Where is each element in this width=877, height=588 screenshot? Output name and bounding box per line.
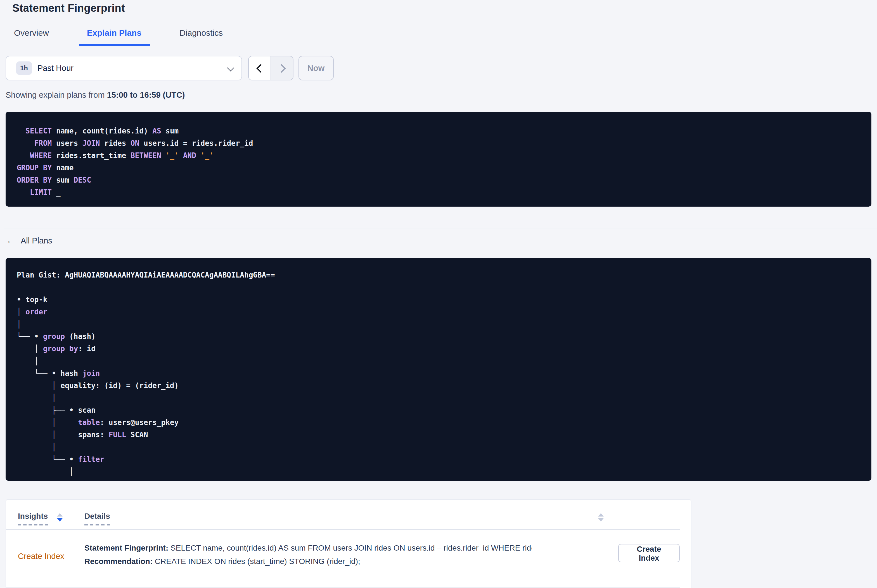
showing-range-bold: 15:00 to 16:59 (UTC): [107, 90, 185, 99]
arrow-left-icon: ←: [6, 236, 15, 246]
time-controls: 1h Past Hour Now: [6, 56, 871, 80]
statement-fingerprint-page: Statement Fingerprint Overview Explain P…: [0, 0, 877, 588]
time-pager: [248, 56, 293, 80]
page-title: Statement Fingerprint: [0, 0, 877, 15]
statement-fingerprint-value: SELECT name, count(rides.id) AS sum FROM…: [168, 543, 531, 552]
chevron-left-icon: [256, 64, 265, 72]
time-range-badge: 1h: [16, 62, 32, 75]
now-button[interactable]: Now: [298, 56, 333, 80]
all-plans-link[interactable]: ← All Plans: [6, 236, 52, 246]
time-range-select[interactable]: 1h Past Hour: [6, 56, 242, 80]
plan-gist-block: Plan Gist: AgHUAQIABQAAAAHYAQIAiAEAAAADC…: [6, 258, 871, 481]
sort-icon-insights[interactable]: [57, 513, 63, 522]
all-plans-label: All Plans: [21, 236, 52, 245]
recommendation-line: Recommendation: CREATE INDEX ON rides (s…: [84, 557, 531, 566]
column-header-insights[interactable]: Insights: [18, 512, 48, 525]
recommendation-label: Recommendation:: [84, 557, 153, 566]
tab-overview[interactable]: Overview: [6, 26, 57, 46]
section-divider: [4, 228, 877, 228]
recommendation-value: CREATE INDEX ON rides (start_time) STORI…: [153, 557, 360, 566]
insights-table: Insights Details Create Index Statement …: [6, 499, 691, 588]
caret-up-icon: [598, 513, 604, 516]
prev-time-button[interactable]: [249, 56, 271, 80]
sort-icon-details[interactable]: [598, 513, 604, 522]
tab-explain-plans[interactable]: Explain Plans: [78, 26, 150, 46]
showing-prefix: Showing explain plans from: [6, 90, 107, 99]
caret-up-icon: [57, 513, 63, 516]
sql-statement-block: SELECT name, count(rides.id) AS sum FROM…: [6, 112, 871, 207]
time-range-label: Past Hour: [38, 64, 74, 73]
table-row: Create Index Statement Fingerprint: SELE…: [6, 530, 680, 588]
next-time-button[interactable]: [271, 56, 293, 80]
chevron-right-icon: [277, 64, 285, 72]
showing-range-text: Showing explain plans from 15:00 to 16:5…: [6, 90, 871, 99]
insight-details: Statement Fingerprint: SELECT name, coun…: [84, 543, 531, 570]
caret-down-icon: [57, 518, 63, 522]
create-index-button[interactable]: Create Index: [618, 544, 680, 562]
tab-bar: Overview Explain Plans Diagnostics: [0, 26, 877, 46]
column-header-details[interactable]: Details: [84, 512, 110, 525]
insight-type-link[interactable]: Create Index: [18, 552, 64, 561]
caret-down-icon: [598, 518, 604, 522]
statement-fingerprint-label: Statement Fingerprint:: [84, 543, 168, 552]
statement-fingerprint-line: Statement Fingerprint: SELECT name, coun…: [84, 543, 531, 552]
chevron-down-icon: [227, 64, 234, 71]
tab-diagnostics[interactable]: Diagnostics: [171, 26, 231, 46]
